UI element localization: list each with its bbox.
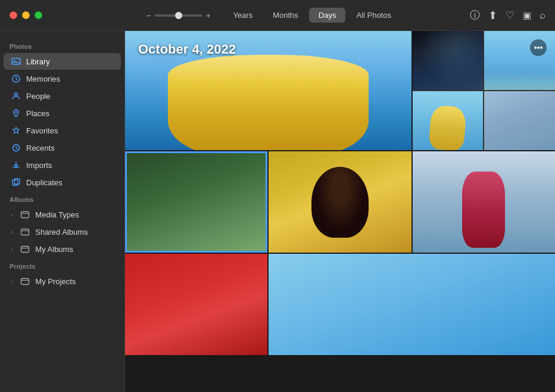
sidebar-item-places[interactable]: Places <box>4 105 121 122</box>
svg-point-4 <box>15 111 17 113</box>
main-content: Photos Library Memories People Places <box>0 31 555 392</box>
zoom-minus-button[interactable]: − <box>146 11 151 20</box>
tab-months[interactable]: Months <box>263 8 308 23</box>
svg-rect-9 <box>21 229 29 235</box>
sidebar-item-label-media-types: Media Types <box>35 210 79 219</box>
sidebar-item-label-shared-albums: Shared Albums <box>35 228 88 237</box>
imports-icon <box>11 160 21 170</box>
media-types-icon <box>20 209 30 220</box>
zoom-slider-thumb[interactable] <box>175 12 182 19</box>
duplicates-icon <box>11 177 21 188</box>
sidebar-item-my-projects[interactable]: › My Projects <box>4 273 121 290</box>
crop-icon[interactable]: ▣ <box>523 10 531 21</box>
minimize-button[interactable] <box>22 11 30 19</box>
svg-rect-11 <box>21 279 29 285</box>
photo-water-splash[interactable] <box>413 31 484 90</box>
my-projects-icon <box>20 276 30 287</box>
sidebar: Photos Library Memories People Places <box>0 31 125 392</box>
sidebar-section-projects: Projects <box>0 258 124 272</box>
photo-blonde-girl[interactable] <box>269 254 555 355</box>
sidebar-item-duplicates[interactable]: Duplicates <box>4 174 121 191</box>
sidebar-item-label-library: Library <box>26 57 50 66</box>
people-icon <box>11 91 21 101</box>
sidebar-item-label-recents: Recents <box>26 144 55 153</box>
photo-red-top-girl[interactable] <box>125 254 267 355</box>
more-options-button[interactable]: ••• <box>530 39 547 56</box>
sidebar-item-people[interactable]: People <box>4 88 121 104</box>
sidebar-item-label-places: Places <box>26 109 49 118</box>
search-icon[interactable]: ⌕ <box>540 10 545 21</box>
toolbar-right: ⓘ ⬆ ♡ ▣ ⌕ <box>426 8 545 22</box>
sidebar-item-label-favorites: Favorites <box>26 126 58 135</box>
svg-rect-8 <box>21 212 29 218</box>
zoom-slider[interactable] <box>155 14 202 17</box>
photo-ocean-wide[interactable] <box>484 31 555 90</box>
zoom-plus-button[interactable]: + <box>206 11 211 20</box>
chevron-right-icon-3: › <box>11 246 13 253</box>
chevron-right-icon-2: › <box>11 229 13 235</box>
photo-main[interactable] <box>125 31 411 150</box>
photo-pink-dancer[interactable] <box>413 151 555 253</box>
library-icon <box>11 56 21 67</box>
sidebar-item-shared-albums[interactable]: › Shared Albums <box>4 223 121 240</box>
sidebar-item-label-imports: Imports <box>26 161 52 170</box>
sidebar-section-photos: Photos <box>0 38 124 52</box>
svg-point-3 <box>15 93 18 96</box>
photo-grid: ••• <box>125 31 555 392</box>
svg-rect-10 <box>21 247 29 253</box>
places-icon <box>11 108 21 119</box>
close-button[interactable] <box>10 11 17 19</box>
photo-portrait-curly[interactable] <box>484 91 555 150</box>
sidebar-item-label-my-projects: My Projects <box>35 277 76 286</box>
heart-icon[interactable]: ♡ <box>506 9 515 21</box>
sidebar-item-library[interactable]: Library <box>4 53 121 70</box>
info-icon[interactable]: ⓘ <box>470 8 480 22</box>
sidebar-item-favorites[interactable]: Favorites <box>4 122 121 139</box>
sidebar-item-label-memories: Memories <box>26 74 60 83</box>
fullscreen-button[interactable] <box>35 11 42 19</box>
photo-top-right-group: ••• <box>413 31 555 150</box>
favorites-icon <box>11 125 21 136</box>
photo-girl-small[interactable] <box>413 91 484 150</box>
tab-days[interactable]: Days <box>309 8 346 23</box>
tab-years[interactable]: Years <box>223 8 262 23</box>
tab-all-photos[interactable]: All Photos <box>347 8 401 23</box>
photo-yellow-scarf[interactable] <box>269 151 411 253</box>
sidebar-item-imports[interactable]: Imports <box>4 157 121 173</box>
recents-icon <box>11 142 21 153</box>
chevron-right-icon-4: › <box>11 278 13 285</box>
sidebar-item-my-albums[interactable]: › My Albums <box>4 241 121 257</box>
shared-albums-icon <box>20 226 30 237</box>
title-bar: − + Years Months Days All Photos ⓘ ⬆ ♡ ▣… <box>0 0 555 31</box>
photo-friends-selfie[interactable] <box>125 151 267 253</box>
memories-icon <box>11 73 21 84</box>
sidebar-item-label-people: People <box>26 92 50 101</box>
sidebar-item-memories[interactable]: Memories <box>4 70 121 87</box>
chevron-right-icon: › <box>11 211 13 218</box>
sidebar-item-recents[interactable]: Recents <box>4 139 121 156</box>
sidebar-item-label-duplicates: Duplicates <box>26 178 63 187</box>
traffic-lights <box>10 11 129 19</box>
zoom-control: − + <box>146 11 211 20</box>
share-icon[interactable]: ⬆ <box>488 9 497 22</box>
photo-area[interactable]: October 4, 2022 ••• <box>125 31 555 392</box>
sidebar-section-albums: Albums <box>0 191 124 206</box>
sidebar-item-media-types[interactable]: › Media Types <box>4 206 121 223</box>
my-albums-icon <box>20 244 30 254</box>
sidebar-item-label-my-albums: My Albums <box>35 245 73 254</box>
view-tabs: Years Months Days All Photos <box>223 8 401 23</box>
